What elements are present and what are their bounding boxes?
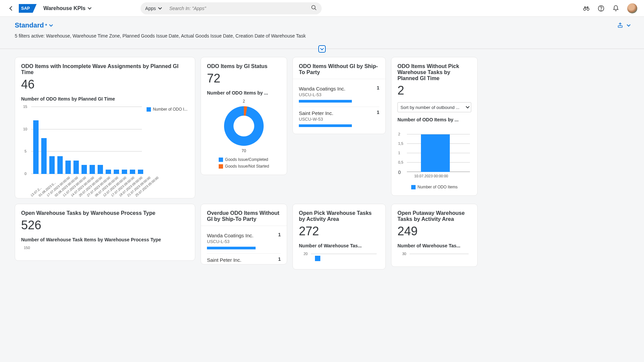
- bar: [130, 170, 135, 174]
- sort-label: Sort by number of outbound ...: [400, 105, 460, 110]
- chevron-down-icon: [49, 23, 53, 26]
- bar: [315, 256, 320, 261]
- chevron-down-icon: [158, 6, 162, 9]
- card-odo-without-gi-shipto[interactable]: ODO Items Without GI by Ship-To Party Wa…: [292, 57, 386, 134]
- chevron-down-icon: [466, 105, 469, 108]
- binoculars-icon[interactable]: [583, 5, 590, 12]
- card-kpi-value: 249: [397, 224, 471, 238]
- chevron-down-icon: [320, 47, 324, 50]
- y-axis-fragment: 150: [21, 246, 189, 254]
- svg-point-2: [312, 5, 315, 9]
- cards-grid: ODO Items with Incomplete Wave Assignmen…: [15, 57, 629, 269]
- list-item-sub: USCU-L-53: [299, 92, 379, 97]
- card-title: Open Warehouse Tasks by Warehouse Proces…: [21, 210, 189, 216]
- bar: [57, 156, 63, 174]
- share-icon[interactable]: [617, 22, 624, 29]
- list-item-name: Wanda Coatings Inc.: [207, 233, 281, 238]
- variant-modified-indicator: *: [45, 23, 47, 28]
- chart-title: Number of Warehouse Tas...: [397, 243, 471, 248]
- x-axis-label: 10.07.2023 00:00:00: [414, 174, 448, 178]
- card-kpi-value: 46: [21, 77, 189, 92]
- list-item-count: 1: [278, 256, 281, 262]
- list-item-bar: [299, 100, 352, 103]
- donut-chart: 2 70 Goods Issue/Completed Goods Issue/N…: [207, 99, 281, 169]
- x-axis-label: 02.08.2023 00:00:00: [54, 191, 60, 197]
- chart-title: Number of ODO Items by ...: [207, 90, 281, 96]
- sap-logo[interactable]: SAP: [19, 4, 37, 13]
- bar: [114, 170, 119, 174]
- list-item-count: 1: [377, 110, 379, 115]
- list-item-bar: [207, 247, 256, 249]
- list-item-sub: USCU-W-53: [299, 117, 379, 122]
- legend-label: Goods Issue/Completed: [225, 157, 268, 162]
- shell-header: SAP Warehouse KPIs Apps: [0, 0, 644, 17]
- sort-select[interactable]: Sort by number of outbound ...: [397, 102, 471, 112]
- legend-swatch: [411, 185, 416, 189]
- donut: [224, 106, 264, 146]
- list-item[interactable]: Wanda Coatings Inc.USCU-L-531: [299, 82, 379, 107]
- help-icon[interactable]: [598, 5, 604, 12]
- avatar[interactable]: [627, 3, 637, 13]
- donut-top-label: 2: [243, 99, 245, 104]
- legend-label: Goods Issue/Not Started: [225, 164, 269, 169]
- svg-line-3: [315, 8, 316, 10]
- bar: [73, 161, 79, 174]
- y-axis-fragment: 30: [397, 252, 471, 260]
- card-kpi-value: 72: [207, 71, 281, 85]
- card-title: Open Pick Warehouse Tasks by Activity Ar…: [299, 210, 379, 222]
- nav-title[interactable]: Warehouse KPIs: [43, 5, 90, 11]
- bell-icon[interactable]: [612, 5, 619, 12]
- chevron-down-icon[interactable]: [627, 23, 630, 26]
- filter-bar: Standard* 5 filters active: Warehouse, W…: [0, 17, 644, 49]
- card-odo-by-gi-status[interactable]: ODO Items by GI Status 72 Number of ODO …: [201, 57, 287, 175]
- list-item-count: 1: [377, 85, 379, 90]
- chart-legend: Number of ODO Items: [397, 185, 471, 189]
- list-item[interactable]: Saint Peter Inc.USCU-W-531: [299, 107, 379, 131]
- x-axis-label: 25.07.2023 05:00:00: [135, 191, 141, 197]
- x-axis-label: 21.07.2023 09:00:00: [126, 191, 133, 197]
- bar: [82, 165, 87, 174]
- card-overdue-odo-without-gi[interactable]: Overdue ODO Items Without GI by Ship-To …: [201, 204, 287, 264]
- list-item-bar: [299, 124, 352, 127]
- bar: [49, 156, 55, 174]
- svg-point-5: [587, 8, 589, 10]
- search-input[interactable]: [163, 6, 311, 11]
- x-axis-label: 12.07.2023 00:00:00: [102, 191, 109, 197]
- x-axis-label: 17.07.2023 09:00:00: [110, 191, 117, 197]
- card-odo-without-pick-wt[interactable]: ODO Items Without Pick Warehouse Tasks b…: [391, 57, 478, 196]
- chart-title: Number of ODO Items by Planned GI Time: [21, 96, 189, 102]
- search-scope-select[interactable]: Apps: [145, 6, 163, 11]
- search-scope-label: Apps: [145, 6, 156, 11]
- svg-text:SAP: SAP: [21, 6, 30, 11]
- x-axis-label: 27.07.2023 00:00:00: [86, 191, 93, 197]
- card-title: ODO Items by GI Status: [207, 63, 281, 69]
- search-icon[interactable]: [311, 5, 317, 12]
- list-item[interactable]: Saint Peter Inc.1: [207, 254, 281, 263]
- card-title: ODO Items Without GI by Ship-To Party: [299, 63, 379, 75]
- card-odo-incomplete-wave[interactable]: ODO Items with Incomplete Wave Assignmen…: [15, 57, 195, 198]
- list-item[interactable]: Wanda Coatings Inc.USCU-L-531: [207, 229, 281, 254]
- mini-bar-chart: 2 1,5 1 0,5 0 10.07.2023 00:00:00: [397, 126, 471, 183]
- legend-label: Number of ODO I...: [153, 107, 187, 112]
- filters-summary: 5 filters active: Warehouse, Warehouse T…: [15, 33, 629, 39]
- dashboard-content: ODO Items with Incomplete Wave Assignmen…: [0, 49, 644, 278]
- bar: [106, 170, 111, 174]
- list-item-sub: USCU-L-53: [207, 239, 281, 244]
- list-item-name: Wanda Coatings Inc.: [299, 86, 379, 92]
- legend-swatch: [219, 164, 223, 169]
- variant-name: Standard: [15, 21, 44, 29]
- variant-selector[interactable]: Standard*: [15, 21, 629, 29]
- bar: [421, 134, 450, 172]
- card-title: ODO Items with Incomplete Wave Assignmen…: [21, 63, 189, 75]
- search-field[interactable]: Apps: [141, 2, 322, 14]
- card-kpi-value: 2: [397, 83, 471, 98]
- page-actions: [617, 22, 629, 29]
- x-axis-label: 01.08.2023 0...: [38, 191, 44, 197]
- chart-legend: Goods Issue/Completed Goods Issue/Not St…: [219, 157, 269, 169]
- chevron-left-icon: [9, 6, 14, 10]
- expand-filters-button[interactable]: [318, 45, 326, 53]
- card-open-pick-wt[interactable]: Open Pick Warehouse Tasks by Activity Ar…: [292, 204, 386, 269]
- back-button[interactable]: [7, 3, 17, 13]
- card-open-putaway-wt[interactable]: Open Putaway Warehouse Tasks by Activity…: [391, 204, 478, 267]
- card-open-wt-by-process-type[interactable]: Open Warehouse Tasks by Warehouse Proces…: [15, 204, 195, 261]
